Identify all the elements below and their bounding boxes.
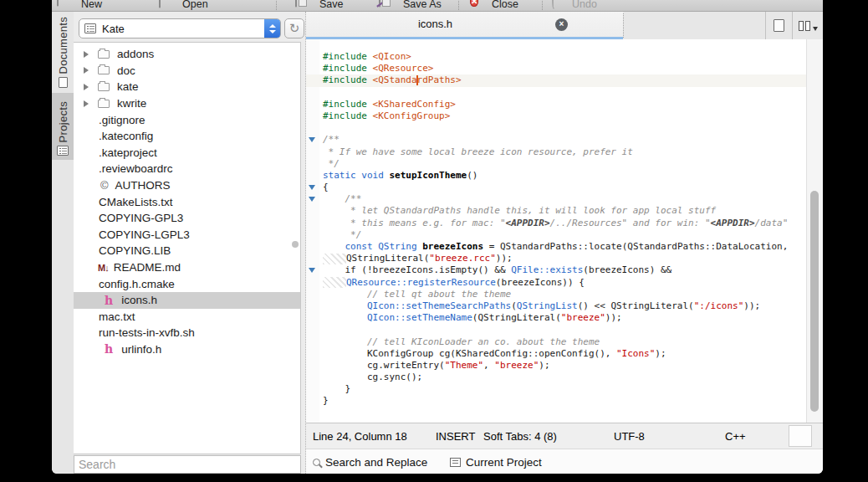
split-view-button[interactable] bbox=[792, 12, 823, 39]
code-line[interactable]: const QString breezeIcons = QStandardPat… bbox=[306, 241, 806, 253]
kate-window: New Open Save Save As ✕ Close bbox=[52, 0, 823, 474]
code-line[interactable]: #include <KConfigGroup> bbox=[306, 110, 806, 122]
search-and-replace-button[interactable]: Search and Replace bbox=[313, 449, 427, 474]
code-line[interactable]: { bbox=[306, 182, 806, 193]
tree-item[interactable]: ©AUTHORS bbox=[74, 177, 300, 194]
tree-item[interactable]: kate bbox=[74, 79, 300, 95]
splitter-handle[interactable] bbox=[292, 241, 299, 248]
combo-stepper[interactable] bbox=[264, 19, 280, 38]
tree-item-label: kate bbox=[117, 80, 139, 93]
input-mode[interactable]: INSERT bbox=[436, 430, 475, 443]
fold-marker-icon[interactable] bbox=[309, 185, 315, 190]
code-line[interactable]: if (!breezeIcons.isEmpty() && QFile::exi… bbox=[306, 264, 806, 276]
code-line[interactable] bbox=[306, 324, 806, 336]
tree-item[interactable]: run-tests-in-xvfb.sh bbox=[74, 325, 300, 341]
code-line[interactable]: /** bbox=[306, 134, 806, 146]
text-editor-view[interactable]: #include <QIcon>#include <QResource>#inc… bbox=[306, 39, 823, 423]
code-line[interactable]: QIcon::setThemeSearchPaths(QStringList()… bbox=[306, 300, 806, 312]
search-input[interactable] bbox=[74, 455, 301, 474]
tree-item[interactable]: CMakeLists.txt bbox=[74, 193, 300, 210]
code-token: , bbox=[483, 360, 494, 371]
fold-marker-icon[interactable] bbox=[309, 137, 315, 142]
expander-icon[interactable] bbox=[84, 100, 89, 107]
tree-item[interactable]: kwrite bbox=[74, 95, 300, 112]
close-button[interactable]: ✕ Close bbox=[470, 0, 554, 12]
code-line[interactable]: cg.writeEntry("Theme", "breeze"); bbox=[306, 360, 806, 372]
code-line[interactable]: static void setupIconTheme() bbox=[306, 170, 806, 182]
encoding[interactable]: UTF-8 bbox=[614, 430, 645, 443]
tree-item[interactable]: .kateproject bbox=[74, 145, 300, 162]
code-line[interactable]: */ bbox=[306, 158, 806, 170]
new-button[interactable]: New bbox=[57, 0, 149, 12]
code-token: /** bbox=[323, 134, 340, 145]
reload-project-button[interactable]: ↻ bbox=[284, 18, 304, 38]
code-line[interactable]: // tell KIconLoader an co. about the the… bbox=[306, 336, 806, 348]
tab-icons-h[interactable]: icons.h × bbox=[306, 12, 623, 39]
tab-close-icon[interactable]: × bbox=[555, 18, 568, 31]
tree-item[interactable]: hicons.h bbox=[74, 292, 300, 309]
statusbar-widget-box[interactable] bbox=[789, 425, 812, 447]
code-line[interactable]: QStringLiteral("breeze.rcc")); bbox=[306, 253, 806, 264]
editor-scrollbar[interactable] bbox=[806, 39, 823, 423]
code-line[interactable]: QResource::registerResource(breezeIcons)… bbox=[306, 277, 806, 289]
documents-tab-label: Documents bbox=[57, 17, 69, 74]
sidebar-tab-projects[interactable]: Projects bbox=[52, 93, 74, 160]
expander-icon[interactable] bbox=[84, 51, 89, 58]
tree-item[interactable]: mac.txt bbox=[74, 309, 300, 326]
code-token: "breeze.rcc" bbox=[429, 253, 495, 264]
code-line[interactable]: #include <KSharedConfig> bbox=[306, 99, 806, 110]
new-document-tab-button[interactable] bbox=[765, 12, 792, 39]
fold-marker-icon[interactable] bbox=[309, 268, 315, 273]
code-line[interactable] bbox=[306, 87, 806, 99]
tab-mode[interactable]: Soft Tabs: 4 (8) bbox=[483, 430, 557, 443]
code-line[interactable]: #include <QIcon> bbox=[306, 51, 806, 63]
scrollbar-thumb[interactable] bbox=[810, 191, 819, 412]
tree-item[interactable]: hurlinfo.h bbox=[74, 341, 300, 358]
tree-item[interactable]: M↓README.md bbox=[74, 259, 300, 276]
tree-item[interactable]: COPYING.LIB bbox=[74, 243, 300, 259]
code-token: * If we have some local breeze icon reso… bbox=[323, 146, 633, 157]
code-token: QIcon::setThemeName bbox=[367, 312, 472, 323]
save-as-button[interactable]: Save As bbox=[379, 0, 471, 12]
expander-icon[interactable] bbox=[84, 67, 89, 74]
tree-item[interactable]: COPYING-LGPL3 bbox=[74, 227, 300, 244]
tree-item[interactable]: config.h.cmake bbox=[74, 275, 300, 292]
save-button[interactable]: Save bbox=[295, 0, 379, 12]
code-line[interactable]: #include <QResource> bbox=[306, 63, 806, 74]
code-line[interactable]: cg.sync(); bbox=[306, 372, 806, 383]
code-line[interactable]: #include <QStandardPaths> bbox=[306, 74, 806, 86]
open-folder-icon bbox=[159, 0, 161, 8]
tree-item-label: AUTHORS bbox=[115, 179, 171, 192]
editor-area: icons.h × #include <QIcon>#include <QRes… bbox=[306, 12, 823, 474]
code-token: breezeIcons bbox=[422, 241, 483, 252]
code-line[interactable]: /** bbox=[306, 193, 806, 205]
code-line[interactable]: * this means e.g. for mac: "<APPDIR>/../… bbox=[306, 218, 806, 229]
code-line[interactable]: } bbox=[306, 395, 806, 407]
tree-item[interactable]: .reviewboardrc bbox=[74, 161, 300, 177]
tree-item[interactable]: doc bbox=[74, 63, 300, 79]
expander-icon[interactable] bbox=[84, 84, 89, 90]
tree-item[interactable]: .kateconfig bbox=[74, 128, 300, 145]
tree-item[interactable]: .gitignore bbox=[74, 111, 300, 128]
tree-item[interactable]: COPYING-GPL3 bbox=[74, 210, 300, 227]
cursor-position[interactable]: Line 24, Column 18 bbox=[313, 430, 407, 443]
code-line[interactable] bbox=[306, 122, 806, 134]
fold-marker-icon[interactable] bbox=[309, 197, 315, 202]
syntax-language[interactable]: C++ bbox=[725, 430, 746, 443]
code-line[interactable]: * let QStandardPaths handle this, it wil… bbox=[306, 205, 806, 217]
tree-item[interactable]: addons bbox=[74, 46, 300, 63]
open-button[interactable]: Open bbox=[159, 0, 251, 12]
sidebar-tab-documents[interactable]: Documents bbox=[52, 13, 74, 92]
code-line[interactable]: } bbox=[306, 383, 806, 395]
code-line[interactable]: QIcon::setThemeName(QStringLiteral("bree… bbox=[306, 312, 806, 324]
project-session-combo[interactable]: Kate bbox=[79, 18, 281, 38]
code-line[interactable]: */ bbox=[306, 229, 806, 241]
code-line[interactable]: * If we have some local breeze icon reso… bbox=[306, 146, 806, 158]
code-line[interactable]: // tell qt about the theme bbox=[306, 289, 806, 300]
undo-button[interactable]: Undo bbox=[552, 0, 619, 12]
projects-icon bbox=[57, 146, 69, 156]
tree-item-label: COPYING.LIB bbox=[99, 244, 171, 257]
current-project-button[interactable]: Current Project bbox=[450, 449, 542, 474]
tree-item-label: doc bbox=[117, 64, 135, 77]
code-line[interactable]: KConfigGroup cg(KSharedConfig::openConfi… bbox=[306, 348, 806, 360]
